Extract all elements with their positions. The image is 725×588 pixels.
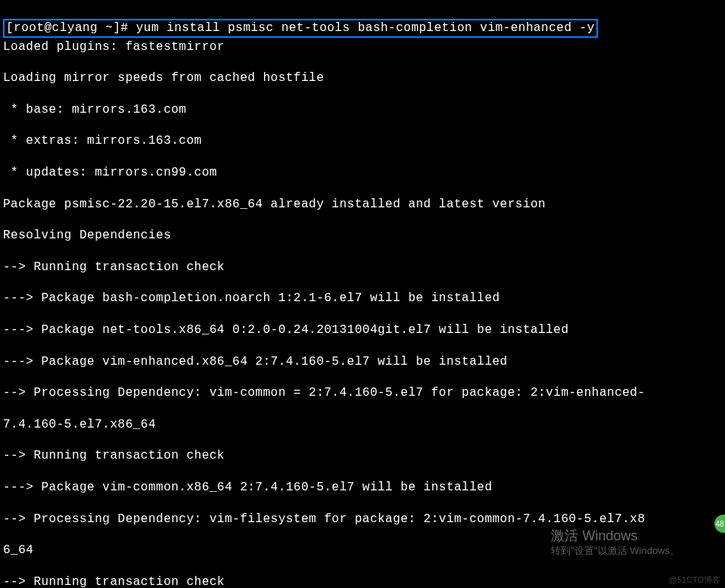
output-line: * updates: mirrors.cn99.com (3, 165, 722, 181)
output-line: Resolving Dependencies (3, 228, 722, 244)
output-line: Loaded plugins: fastestmirror (3, 39, 722, 55)
output-line: * base: mirrors.163.com (3, 102, 722, 118)
output-line: * extras: mirrors.163.com (3, 133, 722, 149)
output-line: 7.4.160-5.el7.x86_64 (3, 417, 722, 433)
output-line: 6_64 (3, 543, 722, 558)
output-line: Loading mirror speeds from cached hostfi… (3, 70, 722, 86)
output-line: ---> Package vim-enhanced.x86_64 2:7.4.1… (3, 354, 722, 370)
output-line: --> Processing Dependency: vim-common = … (3, 385, 722, 401)
corner-attribution: @51CTO博客 (669, 574, 720, 585)
command-text: yum install psmisc net-tools bash-comple… (129, 21, 595, 35)
output-line: --> Processing Dependency: vim-filesyste… (3, 512, 722, 527)
output-line: Package psmisc-22.20-15.el7.x86_64 alrea… (3, 197, 722, 213)
command-prompt-box: [root@clyang ~]# yum install psmisc net-… (3, 19, 598, 38)
output-line: ---> Package net-tools.x86_64 0:2.0-0.24… (3, 322, 722, 338)
output-line: ---> Package vim-common.x86_64 2:7.4.160… (3, 480, 722, 496)
output-line: --> Running transaction check (3, 260, 722, 275)
terminal-output[interactable]: [root@clyang ~]# yum install psmisc net-… (3, 3, 722, 588)
output-line: ---> Package bash-completion.noarch 1:2.… (3, 291, 722, 306)
output-line: --> Running transaction check (3, 574, 722, 588)
prompt-user-host: [root@clyang ~]# (6, 21, 129, 35)
output-line: --> Running transaction check (3, 448, 722, 464)
